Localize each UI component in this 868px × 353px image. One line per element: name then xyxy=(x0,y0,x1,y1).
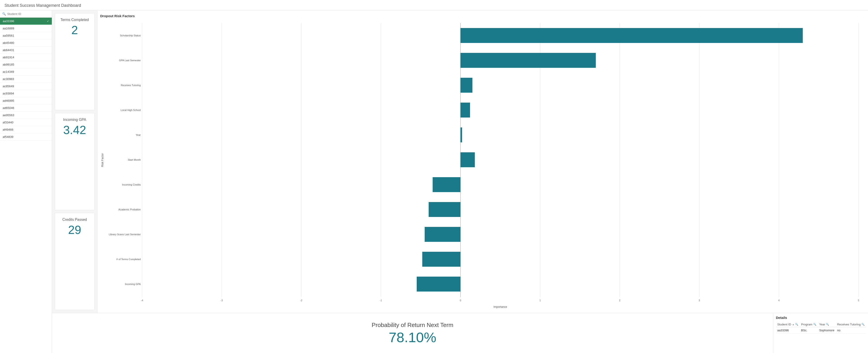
svg-rect-37 xyxy=(425,227,460,242)
probability-panel: Probability of Return Next Term 78.10% xyxy=(52,313,773,353)
page-title: Student Success Management Dashboard xyxy=(0,0,868,10)
svg-text:Start Month: Start Month xyxy=(128,158,141,161)
terms-completed-label: Terms Completed xyxy=(59,18,91,22)
student-item[interactable]: ac14349 xyxy=(0,68,52,75)
svg-text:Academic Probation: Academic Probation xyxy=(119,208,141,211)
top-section: Terms Completed 2 Incoming GPA 3.42 Cred… xyxy=(52,10,868,313)
probability-label: Probability of Return Next Term xyxy=(372,322,453,328)
student-item[interactable]: ab64431 xyxy=(0,46,52,54)
chart-container: -4-3-2-1012345Scholarship StatusGPA Last… xyxy=(100,21,865,310)
probability-value: 78.10% xyxy=(389,330,436,344)
svg-rect-29 xyxy=(461,128,462,142)
table-cell: BSc. xyxy=(800,327,818,333)
svg-text:Library Scans Last Semester: Library Scans Last Semester xyxy=(109,233,141,236)
student-item[interactable]: af54839 xyxy=(0,133,52,141)
student-item[interactable]: af33440 xyxy=(0,119,52,126)
table-cell: aa33396 xyxy=(776,327,800,333)
svg-text:1: 1 xyxy=(539,299,541,302)
student-item[interactable]: ad46995 xyxy=(0,97,52,104)
details-panel: Details Student ID▲🔍Program🔍Year🔍Receive… xyxy=(773,313,868,353)
details-table: Student ID▲🔍Program🔍Year🔍Receives Tutori… xyxy=(776,322,866,333)
details-col-header: Program🔍 xyxy=(800,322,818,327)
svg-text:Local High School: Local High School xyxy=(121,109,141,111)
svg-text:Importance: Importance xyxy=(493,305,507,309)
svg-text:GPA Last Semester: GPA Last Semester xyxy=(119,59,141,62)
bar-chart: -4-3-2-1012345Scholarship StatusGPA Last… xyxy=(100,21,865,310)
svg-text:-2: -2 xyxy=(300,299,303,302)
svg-text:Year: Year xyxy=(136,134,141,136)
student-item[interactable]: ab99185 xyxy=(0,61,52,68)
stats-column: Terms Completed 2 Incoming GPA 3.42 Cred… xyxy=(52,10,97,313)
svg-text:# of Terms Completed: # of Terms Completed xyxy=(117,258,141,260)
details-col-header: Year🔍 xyxy=(818,322,836,327)
svg-rect-21 xyxy=(461,28,803,43)
svg-text:Risk Factor: Risk Factor xyxy=(101,153,104,167)
svg-text:0: 0 xyxy=(460,299,461,302)
table-cell: Sophomore xyxy=(818,327,836,333)
table-cell: no xyxy=(836,327,866,333)
col-search-icon[interactable]: 🔍 xyxy=(795,323,798,326)
content-area: Terms Completed 2 Incoming GPA 3.42 Cred… xyxy=(52,10,868,353)
student-item[interactable]: ad65046 xyxy=(0,104,52,112)
svg-rect-27 xyxy=(461,103,470,117)
credits-passed-label: Credits Passed xyxy=(59,218,91,222)
svg-rect-23 xyxy=(461,53,596,68)
svg-text:Receives Tutoring: Receives Tutoring xyxy=(121,84,141,86)
chart-area: Dropout Risk Factors -4-3-2-1012345Schol… xyxy=(97,10,868,313)
student-item[interactable]: aa33396 xyxy=(0,17,52,25)
terms-completed-card: Terms Completed 2 xyxy=(55,13,95,110)
student-item[interactable]: ac85649 xyxy=(0,83,52,90)
incoming-gpa-label: Incoming GPA xyxy=(59,118,91,122)
details-col-header: Student ID▲🔍 xyxy=(776,322,800,327)
svg-text:-1: -1 xyxy=(380,299,382,302)
svg-rect-39 xyxy=(422,252,461,267)
svg-text:Scholarship Status: Scholarship Status xyxy=(120,34,141,37)
bottom-section: Probability of Return Next Term 78.10% D… xyxy=(52,313,868,353)
svg-text:-3: -3 xyxy=(221,299,223,302)
terms-completed-value: 2 xyxy=(59,24,91,36)
svg-text:Incoming GPA: Incoming GPA xyxy=(125,283,141,285)
col-search-icon[interactable]: 🔍 xyxy=(813,323,816,326)
svg-text:2: 2 xyxy=(619,299,620,302)
credits-passed-value: 29 xyxy=(59,224,91,236)
details-title: Details xyxy=(776,316,865,320)
student-item[interactable]: aa59561 xyxy=(0,32,52,39)
student-item[interactable]: ac93894 xyxy=(0,90,52,97)
details-col-header: Receives Tutoring🔍 xyxy=(836,322,866,327)
col-search-icon[interactable]: 🔍 xyxy=(862,323,865,326)
svg-rect-35 xyxy=(429,202,461,217)
student-search-input[interactable] xyxy=(7,12,50,15)
student-item[interactable]: aa16889 xyxy=(0,25,52,32)
svg-rect-31 xyxy=(461,152,475,167)
svg-text:4: 4 xyxy=(778,299,779,302)
student-item[interactable]: ab91914 xyxy=(0,54,52,61)
svg-rect-33 xyxy=(433,177,460,192)
col-search-icon[interactable]: 🔍 xyxy=(826,323,829,326)
svg-rect-41 xyxy=(417,277,461,291)
svg-text:-4: -4 xyxy=(141,299,143,302)
svg-text:3: 3 xyxy=(699,299,700,302)
student-item[interactable]: ab45480 xyxy=(0,39,52,46)
sidebar: 🔍 aa33396aa16889aa59561ab45480ab64431ab9… xyxy=(0,10,52,353)
svg-rect-25 xyxy=(461,78,472,93)
student-item[interactable]: ae95563 xyxy=(0,112,52,119)
incoming-gpa-value: 3.42 xyxy=(59,124,91,136)
credits-passed-card: Credits Passed 29 xyxy=(55,213,95,310)
search-box: 🔍 xyxy=(0,10,52,17)
svg-text:Incoming Credits: Incoming Credits xyxy=(122,183,141,186)
table-row: aa33396BSc.Sophomoreno xyxy=(776,327,866,333)
search-icon: 🔍 xyxy=(2,12,6,15)
student-list: aa33396aa16889aa59561ab45480ab64431ab919… xyxy=(0,17,52,353)
chart-title: Dropout Risk Factors xyxy=(100,14,865,18)
incoming-gpa-card: Incoming GPA 3.42 xyxy=(55,113,95,210)
svg-text:5: 5 xyxy=(858,299,859,302)
student-item[interactable]: ac30983 xyxy=(0,75,52,83)
student-item[interactable]: af49466 xyxy=(0,126,52,133)
